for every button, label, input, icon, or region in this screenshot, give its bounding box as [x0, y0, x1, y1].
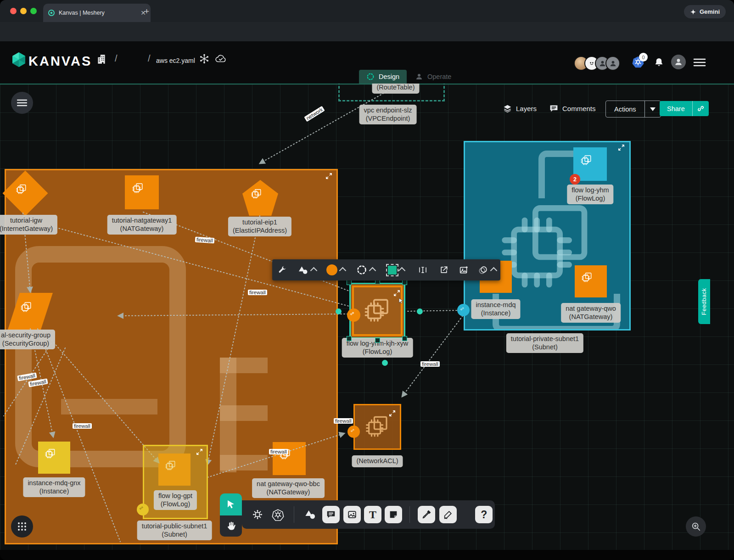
shape-color-button[interactable] [381, 259, 412, 280]
avatar-collaborator-4[interactable] [605, 56, 620, 71]
border-style-button[interactable] [350, 259, 381, 280]
fill-color-button[interactable] [321, 259, 350, 280]
image-tool-button[interactable] [342, 500, 362, 529]
grid-dots-icon [17, 522, 27, 531]
collapse-node-icon[interactable] [393, 289, 401, 297]
shapes-tool-button[interactable] [292, 259, 321, 280]
brand-wordmark: KANVAS [28, 54, 92, 69]
breadcrumb-separator: / [148, 53, 151, 64]
tab-operate[interactable]: Operate [408, 70, 459, 84]
app-menu-icon[interactable] [693, 58, 706, 67]
selection-handle[interactable] [375, 338, 380, 343]
watermark-trace [220, 358, 268, 373]
pen-tool-button[interactable] [415, 500, 437, 529]
feedback-tab[interactable]: Feedback [698, 279, 710, 324]
meshsync-tool-button[interactable] [247, 500, 268, 529]
edge-label-network: network [304, 106, 325, 122]
node-natgateway1[interactable] [125, 175, 159, 209]
k8s-context-count-badge: 0 [639, 53, 648, 62]
selection-handle[interactable] [347, 336, 352, 341]
error-count-badge[interactable]: 2 [570, 174, 580, 185]
canvas-menu-button[interactable] [11, 92, 33, 114]
actions-button[interactable]: Actions [605, 101, 661, 118]
comments-icon [549, 104, 559, 113]
toolbar-divider [409, 506, 410, 523]
edge-label-firewall: firewall [269, 449, 288, 454]
actions-dropdown-caret[interactable] [645, 107, 661, 111]
pencil-icon [439, 506, 457, 523]
note-tool-button[interactable] [383, 500, 404, 529]
tab-design[interactable]: Design [359, 70, 407, 84]
node-label: tutorial-eip1(ElasticIPAddress) [228, 217, 291, 236]
kubernetes-wheel-icon [272, 509, 284, 521]
collapse-node-icon[interactable] [388, 409, 396, 417]
selection-dot[interactable] [382, 360, 388, 366]
user-profile-avatar[interactable] [671, 55, 686, 69]
rename-tool-button[interactable] [412, 259, 434, 280]
selection-dot[interactable] [336, 308, 342, 314]
design-mode-icon [366, 73, 375, 81]
chip-icon [580, 154, 601, 175]
network-acl-link-handle[interactable] [347, 426, 360, 438]
collapse-group-icon[interactable] [617, 144, 625, 151]
edge-label-firewall: firewall [334, 418, 353, 424]
shapes-icon [297, 265, 308, 275]
organization-icon[interactable] [95, 53, 107, 65]
node-natgateway-qwo-bbc[interactable] [273, 442, 306, 475]
flowlog-selected-link-handle[interactable] [347, 308, 360, 322]
layers-button[interactable]: Layers [503, 104, 537, 113]
selection-handle[interactable] [402, 280, 407, 285]
node-label: vpc endpoint-slz(VPCEndpoint) [359, 105, 417, 124]
canvas-stage: 2 (RouteTable) vpc endpoint-slz(VPCEndpo… [0, 0, 734, 560]
chevron-up-icon [398, 267, 406, 274]
group-tool-button[interactable] [474, 259, 500, 280]
node-label: flow log-gpt(FlowLog) [154, 490, 197, 510]
collaborator-avatars[interactable] [574, 56, 620, 71]
selection-handle[interactable] [347, 280, 352, 285]
selection-dot[interactable] [417, 308, 423, 314]
private-subnet-link-handle[interactable] [457, 304, 470, 316]
app-grid-button[interactable] [11, 515, 33, 538]
comments-button[interactable]: Comments [549, 104, 596, 113]
configure-tool-button[interactable] [272, 259, 292, 280]
chip-icon [131, 182, 152, 203]
notifications-bell-icon[interactable] [654, 57, 664, 67]
edge-label-firewall: firewall [248, 290, 267, 295]
comment-tool-button[interactable] [321, 500, 342, 529]
collapse-group-icon[interactable] [196, 448, 203, 456]
design-file-name[interactable]: aws ec2.yaml [156, 57, 195, 64]
cloud-sync-icon[interactable] [215, 54, 227, 63]
toolbar-divider [294, 506, 294, 523]
node-natgateway-qwo[interactable] [575, 265, 607, 297]
app-header: KANVAS / / aws ec2.yaml 0 [0, 41, 734, 84]
node-label: tutorial-public-subnet1(Subnet) [137, 521, 212, 540]
shapes-tool-button[interactable] [300, 500, 320, 529]
kubernetes-context-icon[interactable] [199, 54, 209, 64]
share-button[interactable]: Share [660, 101, 709, 116]
copy-link-button[interactable] [693, 105, 709, 112]
flowlog-gpt-link-handle[interactable] [137, 504, 149, 515]
watermark-trace [61, 399, 157, 414]
collapse-group-icon[interactable] [325, 172, 333, 180]
shapes-icon [304, 509, 316, 520]
chip-outline-icon [362, 296, 392, 326]
help-tool-button[interactable]: ? [473, 500, 495, 529]
pan-tool-button[interactable] [220, 515, 242, 537]
mouse-cursor [398, 297, 405, 305]
magnifier-icon [691, 521, 701, 532]
kubernetes-tool-button[interactable] [268, 500, 288, 529]
open-in-new-button[interactable] [434, 259, 454, 280]
freehand-tool-button[interactable] [437, 500, 459, 529]
context-toolbar [272, 259, 500, 280]
kubernetes-status-button[interactable]: 0 [632, 56, 645, 69]
lasso-icon [478, 265, 488, 275]
select-tool-button[interactable] [220, 493, 242, 515]
node-instance-gnx[interactable] [38, 442, 70, 474]
chevron-up-icon [310, 267, 318, 274]
text-tool-button[interactable]: T [362, 500, 383, 529]
add-image-button[interactable] [454, 259, 474, 280]
kanvas-logo[interactable] [12, 52, 26, 67]
selection-handle[interactable] [402, 336, 407, 341]
pen-icon [418, 506, 435, 523]
zoom-button[interactable] [686, 516, 706, 537]
